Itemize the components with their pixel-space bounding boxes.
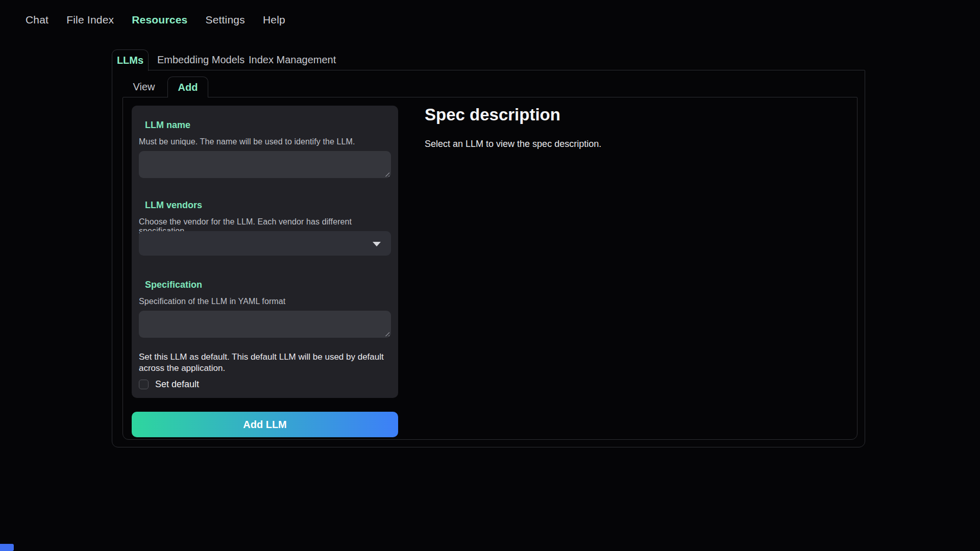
nav-item-settings[interactable]: Settings (205, 14, 244, 26)
spec-description-empty-message: Select an LLM to view the spec descripti… (425, 139, 601, 149)
top-navigation: Chat File Index Resources Settings Help (26, 14, 285, 26)
tab-llms-label: LLMs (117, 55, 143, 66)
tab-llms[interactable]: LLMs (112, 49, 149, 71)
subtab-view[interactable]: View (129, 77, 159, 97)
scrollbar-thumb-fragment[interactable] (0, 544, 14, 551)
tab-index-management[interactable]: Index Management (249, 49, 336, 70)
chevron-down-icon (373, 242, 381, 246)
specification-help: Specification of the LLM in YAML format (139, 297, 285, 306)
add-llm-button[interactable]: Add LLM (132, 412, 398, 437)
specification-label: Specification (145, 280, 202, 290)
llm-name-help: Must be unique. The name will be used to… (139, 137, 355, 146)
llm-name-label: LLM name (145, 120, 190, 131)
nav-item-resources[interactable]: Resources (132, 14, 187, 26)
set-default-label[interactable]: Set default (155, 379, 199, 390)
subtab-add[interactable]: Add (167, 77, 208, 97)
spec-description-title: Spec description (425, 105, 560, 124)
tab-embedding-models[interactable]: Embedding Models (157, 49, 244, 70)
nav-item-file-index[interactable]: File Index (66, 14, 114, 26)
llm-vendors-dropdown[interactable] (139, 231, 391, 256)
llm-name-input[interactable] (139, 151, 391, 178)
set-default-help: Set this LLM as default. This default LL… (139, 352, 387, 374)
add-llm-form-card: LLM name Must be unique. The name will b… (132, 106, 398, 398)
set-default-row: Set default (139, 379, 199, 390)
specification-input[interactable] (139, 311, 391, 338)
subtab-add-label: Add (178, 82, 198, 93)
set-default-checkbox[interactable] (139, 380, 149, 389)
llm-vendors-label: LLM vendors (145, 200, 202, 211)
nav-item-help[interactable]: Help (263, 14, 285, 26)
nav-item-chat[interactable]: Chat (26, 14, 48, 26)
